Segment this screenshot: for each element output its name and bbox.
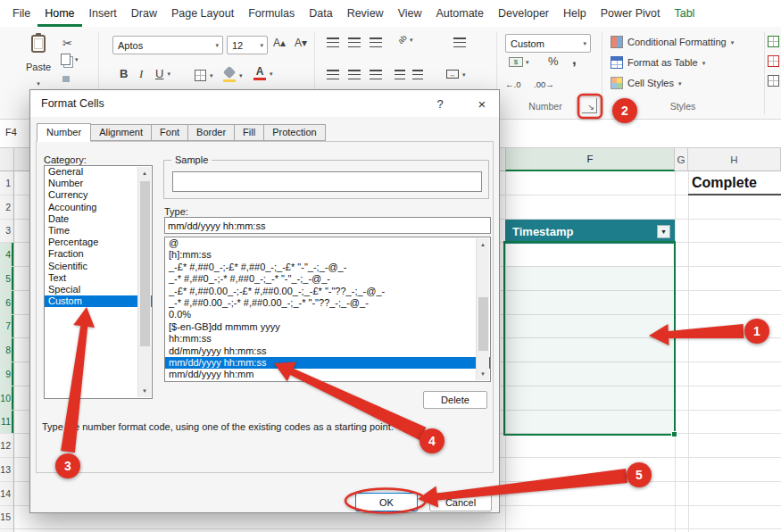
delete-button[interactable]: Delete xyxy=(423,391,487,409)
comma-style-button[interactable]: , xyxy=(572,52,577,67)
dialog-tab-number[interactable]: Number xyxy=(37,123,91,142)
filter-dropdown-button[interactable]: ▼ xyxy=(657,225,670,238)
tab-automate[interactable]: Automate xyxy=(429,0,492,27)
tab-page-layout[interactable]: Page Layout xyxy=(164,0,241,27)
cancel-button[interactable]: Cancel xyxy=(429,493,492,511)
tab-developer[interactable]: Developer xyxy=(491,0,556,27)
insert-cells-button[interactable] xyxy=(768,36,779,47)
decrease-font-size-button[interactable]: A▾ xyxy=(295,37,307,48)
row-header-2[interactable]: 2 xyxy=(0,195,13,220)
row-header-8[interactable]: 8 xyxy=(0,338,13,362)
increase-indent-button[interactable] xyxy=(412,70,423,79)
accounting-format-button[interactable]: $ ▾ xyxy=(509,57,529,67)
fill-handle[interactable] xyxy=(671,431,677,437)
column-header-G[interactable]: G xyxy=(675,148,688,171)
category-listbox[interactable]: General Number Currency Accounting Date … xyxy=(44,165,153,399)
row-header-6[interactable]: 6 xyxy=(0,291,13,315)
italic-button[interactable]: I xyxy=(139,68,143,79)
category-option[interactable]: Text xyxy=(45,272,152,284)
category-option[interactable]: Scientific xyxy=(45,261,152,272)
category-option[interactable]: Accounting xyxy=(45,202,152,213)
tab-data[interactable]: Data xyxy=(302,0,339,27)
tab-table-design[interactable]: Tabl xyxy=(667,0,702,27)
select-all-corner[interactable] xyxy=(0,148,14,171)
active-cell-F4[interactable] xyxy=(506,244,673,266)
align-top-button[interactable] xyxy=(327,37,339,47)
dialog-tab-border[interactable]: Border xyxy=(187,124,235,141)
format-code-option-selected[interactable]: mm/dd/yyyy hh:mm:ss xyxy=(165,357,490,369)
row-header-3[interactable]: 3 xyxy=(0,220,13,244)
category-option[interactable]: Currency xyxy=(45,189,152,201)
category-option[interactable]: Number xyxy=(45,178,152,189)
cell-styles-button[interactable]: Cell Styles ▾ xyxy=(611,77,681,89)
row-header-4[interactable]: 4 xyxy=(0,243,13,267)
row-header-13[interactable]: 13 xyxy=(0,458,13,482)
conditional-formatting-button[interactable]: Conditional Formatting ▾ xyxy=(611,36,734,48)
row-header-11[interactable]: 11 xyxy=(0,411,13,435)
row-header-14[interactable]: 14 xyxy=(0,482,13,506)
scrollbar-thumb[interactable] xyxy=(140,181,150,346)
borders-button[interactable]: ▾ xyxy=(195,70,213,81)
row-header-9[interactable]: 9 xyxy=(0,362,13,387)
scroll-down-icon[interactable]: ▼ xyxy=(477,368,489,380)
type-input[interactable]: mm/dd/yyyy hh:mm:ss xyxy=(164,217,491,234)
number-dialog-launcher[interactable]: ↘ xyxy=(582,98,597,113)
font-size-combo[interactable]: 12 ▾ xyxy=(227,36,268,54)
dialog-titlebar[interactable]: Format Cells xyxy=(30,90,499,117)
increase-decimal-button[interactable]: ←.0 xyxy=(505,80,520,89)
format-code-option[interactable]: _-£* #,##0_-;-£* #,##0_-;_-£* "-"_-;_-@_… xyxy=(165,262,490,273)
orientation-button[interactable]: ab ▾ xyxy=(398,36,413,44)
category-option[interactable]: Percentage xyxy=(45,237,152,248)
tab-draw[interactable]: Draw xyxy=(124,0,164,27)
tab-power-pivot[interactable]: Power Pivot xyxy=(594,0,668,27)
decrease-decimal-button[interactable]: .00→ xyxy=(534,80,554,89)
align-bottom-button[interactable] xyxy=(370,37,382,47)
decrease-indent-button[interactable] xyxy=(395,70,405,79)
row-header-15[interactable]: 15 xyxy=(0,506,13,530)
font-color-button[interactable]: A ▾ xyxy=(253,66,273,80)
category-option-custom-selected[interactable]: Custom xyxy=(45,295,152,307)
fill-color-button[interactable]: ▾ xyxy=(223,68,243,82)
format-code-option[interactable]: [h]:mm:ss xyxy=(165,249,490,261)
align-middle-button[interactable] xyxy=(348,37,361,47)
format-as-table-button[interactable]: Format as Table ▾ xyxy=(611,56,705,69)
underline-button[interactable]: U ▾ xyxy=(155,68,170,79)
copy-button[interactable]: ▾ xyxy=(61,54,79,65)
category-option[interactable]: Time xyxy=(45,225,152,237)
tab-formulas[interactable]: Formulas xyxy=(241,0,302,27)
format-code-option[interactable]: dd/mm/yyyy hh:mm:ss xyxy=(165,345,490,357)
cell-H1-complete[interactable]: Complete xyxy=(688,171,781,195)
format-code-scrollbar[interactable]: ▲ ▼ xyxy=(476,238,489,380)
bold-button[interactable]: B xyxy=(120,68,128,79)
format-cells-button[interactable] xyxy=(768,75,779,87)
category-option[interactable]: General xyxy=(45,166,152,178)
column-header-F[interactable]: F xyxy=(505,148,675,171)
font-name-combo[interactable]: Aptos ▾ xyxy=(112,36,223,54)
name-box[interactable]: F4 xyxy=(5,127,17,137)
merge-center-button[interactable]: ↔ ▾ xyxy=(446,70,466,79)
category-option[interactable]: Date xyxy=(45,213,152,225)
category-option[interactable]: Special xyxy=(45,284,152,295)
dialog-tab-protection[interactable]: Protection xyxy=(263,124,326,141)
ok-button[interactable]: OK xyxy=(355,493,418,511)
format-code-option[interactable]: @ xyxy=(165,237,490,249)
tab-view[interactable]: View xyxy=(391,0,429,27)
align-right-button[interactable] xyxy=(370,70,382,79)
delete-cells-button[interactable] xyxy=(768,55,779,67)
tab-help[interactable]: Help xyxy=(556,0,594,27)
row-header-7[interactable]: 7 xyxy=(0,315,13,339)
tab-file[interactable]: File xyxy=(5,0,37,27)
dialog-close-button[interactable]: × xyxy=(469,93,494,114)
increase-font-size-button[interactable]: A▴ xyxy=(273,37,286,48)
category-option[interactable]: Fraction xyxy=(45,248,152,260)
format-code-option[interactable]: mm/dd/yyyy hh:mm xyxy=(165,369,490,380)
align-left-button[interactable] xyxy=(327,70,339,79)
column-header-H[interactable]: H xyxy=(688,148,781,171)
scroll-down-icon[interactable]: ▼ xyxy=(138,385,151,397)
format-code-option[interactable]: hh:mm:ss xyxy=(165,333,490,345)
format-code-option[interactable]: _-* #,##0_-;-* #,##0_-;_-* "-"_-;_-@_- xyxy=(165,273,490,285)
tab-review[interactable]: Review xyxy=(340,0,391,27)
row-header-1[interactable]: 1 xyxy=(0,171,13,195)
dialog-tab-font[interactable]: Font xyxy=(151,124,188,141)
number-format-combo[interactable]: Custom ▾ xyxy=(505,34,591,53)
